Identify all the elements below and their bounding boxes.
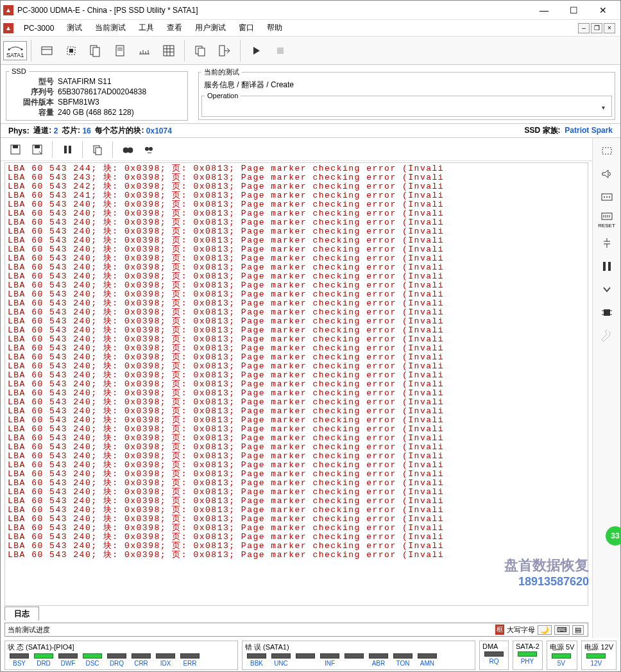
tool-docs-icon[interactable] bbox=[84, 39, 107, 63]
menu-window[interactable]: 窗口 bbox=[232, 21, 260, 35]
tool-ruler-icon[interactable] bbox=[133, 39, 156, 63]
led-label: RQ bbox=[489, 658, 498, 665]
svg-rect-8 bbox=[116, 46, 124, 56]
led-bar bbox=[107, 653, 126, 659]
tool-exit-icon[interactable] bbox=[213, 39, 236, 63]
svg-point-41 bbox=[609, 196, 610, 198]
led-bar bbox=[156, 653, 175, 659]
led-label: ABR bbox=[372, 660, 386, 667]
mdi-restore-button[interactable]: ❐ bbox=[591, 23, 602, 33]
fw-value: SBFM81W3 bbox=[58, 97, 185, 107]
save-icon[interactable] bbox=[6, 140, 25, 159]
binoculars-next-icon[interactable] bbox=[140, 140, 159, 159]
mdi-minimize-button[interactable]: – bbox=[578, 23, 590, 33]
moon-icon[interactable]: 🌙 bbox=[538, 625, 552, 635]
menu-tools[interactable]: 工具 bbox=[132, 21, 160, 35]
led-label: PHY bbox=[521, 658, 534, 665]
led-bar bbox=[180, 653, 200, 659]
status-sata2-group: SATA-2 PHY bbox=[513, 641, 543, 670]
menu-view[interactable]: 查看 bbox=[160, 21, 189, 35]
svg-point-40 bbox=[606, 196, 608, 198]
titlebar: ▲ PC-3000 UDMA-E - China - [PS SSD Utili… bbox=[1, 1, 620, 20]
side-chip-icon[interactable] bbox=[597, 142, 617, 160]
tool-chip-icon[interactable] bbox=[60, 39, 83, 63]
save-as-icon[interactable] bbox=[28, 140, 47, 159]
status-p12-label: 电源 12V bbox=[584, 642, 613, 652]
svg-rect-29 bbox=[64, 146, 67, 153]
chip-value: 16 bbox=[82, 126, 90, 135]
tool-copy-icon[interactable] bbox=[189, 39, 212, 63]
chevron-down-icon[interactable]: ▾ bbox=[602, 104, 605, 111]
svg-rect-23 bbox=[219, 46, 225, 56]
status-err-group: 错 误 (SATA1) BBKUNCINFABRTONAMN bbox=[242, 641, 475, 670]
led-bar bbox=[296, 653, 315, 659]
tool-card-icon[interactable] bbox=[35, 39, 58, 63]
tray-extra-icon[interactable]: ▤ bbox=[572, 625, 584, 635]
model-value: SATAFIRM S11 bbox=[58, 76, 185, 87]
menu-user-test[interactable]: 用户测试 bbox=[189, 21, 232, 35]
side-pause-icon[interactable] bbox=[597, 257, 617, 275]
side-down-icon[interactable] bbox=[597, 280, 617, 298]
led-bbk: BBK bbox=[245, 653, 268, 667]
led-bar bbox=[484, 651, 504, 657]
status-sata1-group: 状 态 (SATA1)-[PIO4] BSYDRDDWFDSCDRQCRRIDX… bbox=[4, 641, 238, 670]
keyboard-icon[interactable]: ⌨ bbox=[554, 625, 570, 635]
menu-current-test[interactable]: 当前测试 bbox=[89, 21, 132, 35]
side-reset-button[interactable]: RESET bbox=[597, 211, 617, 229]
tool-doc-icon[interactable] bbox=[108, 39, 132, 63]
minimize-button[interactable]: — bbox=[529, 1, 559, 19]
copy-icon[interactable] bbox=[88, 140, 107, 159]
sata-tab[interactable]: SATA1 bbox=[3, 41, 27, 60]
phys-line: Phys: 通道: 2 芯片: 16 每个芯片的块: 0x1074 SSD 家族… bbox=[1, 124, 620, 138]
menu-test[interactable]: 测试 bbox=[60, 21, 89, 35]
led-bar bbox=[247, 653, 266, 659]
led-bar bbox=[518, 651, 537, 657]
led-label: DRQ bbox=[110, 660, 124, 667]
caps-label: 大写字母 bbox=[507, 625, 535, 635]
app-label[interactable]: PC-3000 bbox=[17, 22, 60, 34]
serial-label: 序列号 bbox=[9, 87, 54, 97]
svg-rect-32 bbox=[96, 148, 101, 155]
log-tabbar: 日志 bbox=[1, 607, 592, 621]
binoculars-icon[interactable] bbox=[118, 140, 137, 159]
svg-rect-30 bbox=[69, 146, 71, 153]
led-bar bbox=[10, 653, 29, 659]
maximize-button[interactable]: ☐ bbox=[559, 1, 588, 19]
svg-point-34 bbox=[128, 148, 133, 153]
led-bar bbox=[552, 653, 571, 659]
svg-point-35 bbox=[145, 147, 149, 151]
pause-icon[interactable] bbox=[58, 140, 77, 159]
side-board-icon[interactable] bbox=[597, 188, 617, 206]
current-test-legend: 当前的测试 bbox=[201, 67, 242, 77]
log-output[interactable]: LBA 60 543 244; 块: 0x0398; 页: 0x0813; Pa… bbox=[4, 162, 588, 606]
tool-grid-icon[interactable] bbox=[157, 39, 180, 63]
menubar: ▲ PC-3000 测试 当前测试 工具 查看 用户测试 窗口 帮助 – ❐ × bbox=[1, 20, 620, 37]
menu-help[interactable]: 帮助 bbox=[260, 21, 289, 35]
status-dma-label: DMA bbox=[482, 642, 506, 650]
operation-fieldset: Operation ▾ bbox=[201, 92, 612, 117]
led-label: BSY bbox=[13, 660, 26, 667]
led-label: DRD bbox=[37, 660, 51, 667]
led-label: AMN bbox=[420, 660, 434, 667]
svg-rect-7 bbox=[93, 47, 99, 56]
svg-point-36 bbox=[149, 147, 153, 151]
led-unc: UNC bbox=[269, 653, 293, 667]
status-sata2-label: SATA-2 bbox=[516, 642, 540, 650]
led-dsc: DSC bbox=[81, 653, 104, 667]
side-proc-icon[interactable] bbox=[597, 304, 617, 322]
led-phy: PHY bbox=[516, 651, 539, 665]
tool-play-icon[interactable] bbox=[244, 39, 268, 63]
close-button[interactable]: ✕ bbox=[588, 1, 618, 19]
side-capacitor-icon[interactable] bbox=[597, 234, 617, 252]
tab-log[interactable]: 日志 bbox=[4, 607, 39, 621]
side-speaker-icon[interactable] bbox=[597, 165, 617, 183]
side-wrench-icon[interactable] bbox=[597, 327, 617, 345]
capacity-value: 240 GB (468 862 128) bbox=[58, 107, 185, 117]
tool-stop-icon[interactable] bbox=[269, 39, 292, 63]
led-bar bbox=[586, 653, 606, 659]
led-label: INF bbox=[325, 660, 335, 667]
caps-indicator: 框 bbox=[495, 625, 504, 635]
led-bar bbox=[418, 653, 437, 659]
mdi-close-button[interactable]: × bbox=[604, 23, 615, 33]
ssd-legend: SSD bbox=[9, 67, 29, 75]
